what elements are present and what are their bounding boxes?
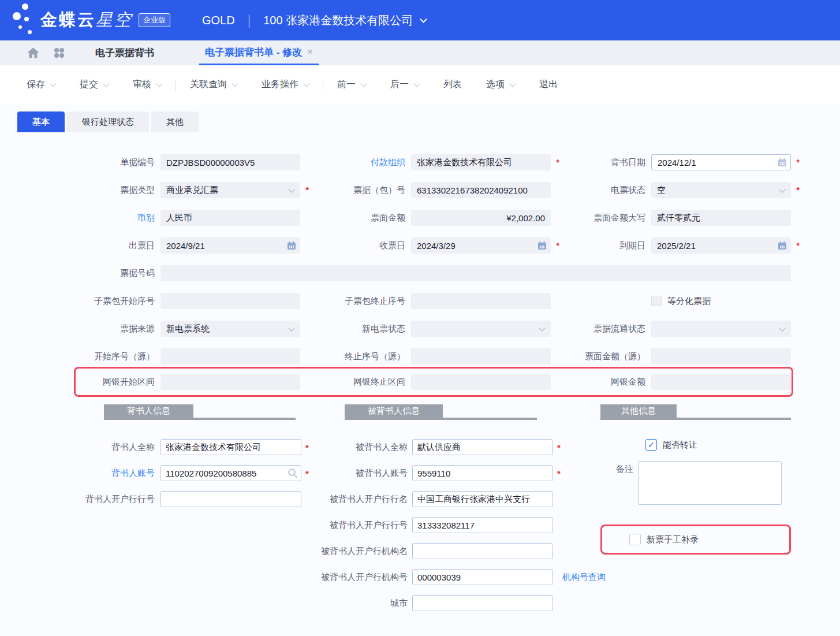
nav-tab-active-label: 电子票据背书单 - 修改 [205,46,302,59]
bill-number-label: 票据号码 [75,265,155,281]
pay-org-label[interactable]: 付款组织 [306,154,405,170]
endorser-account-label[interactable]: 背书人账号 [75,468,155,479]
endorser-account-row: 背书人账号 1102027009200580885 * [75,465,306,481]
issue-date-field[interactable]: 2024/9/21 [160,237,300,254]
pay-org-field[interactable]: 张家港金数技术有限公司 [411,154,551,170]
ebank-start-label: 网银开始区间 [76,374,155,390]
list-button[interactable]: 列表 [443,79,462,91]
endorser-name-input[interactable]: 张家港金数技术有限公司 [160,439,301,455]
other-section-header: 其他信息 [600,404,793,420]
endorsee-bank-name-input[interactable]: 中国工商银行张家港中兴支行 [412,491,553,507]
search-icon[interactable] [288,468,298,478]
previous-button[interactable]: 前一 [337,79,366,91]
other-info-section: 其他信息 ✓ 能否转让 备注 新票手工补录 [600,404,793,555]
ebank-amount-cell [651,374,791,390]
related-query-button[interactable]: 关联查询 [190,79,237,91]
nav-tab-endorse-list[interactable]: 电子票据背书 [95,46,154,59]
due-date-label: 到期日 [557,237,645,254]
circulation-cell [651,321,791,337]
endorsee-name-input[interactable]: 默认供应商 [412,439,553,455]
business-ops-button[interactable]: 业务操作 [262,79,309,91]
endorser-account-input[interactable]: 1102027009200580885 [160,465,301,481]
ebill-status-select[interactable]: 空 [651,182,791,198]
tab-other[interactable]: 其他 [151,111,199,132]
due-date-field[interactable]: 2025/2/21 [651,237,791,254]
submit-button[interactable]: 提交 [80,79,109,91]
transferable-checkbox[interactable]: ✓ [645,439,657,451]
endorsee-org-no-input[interactable]: 000003039 [412,569,553,585]
close-icon[interactable]: × [307,46,313,58]
remark-label: 备注 [600,461,633,505]
currency-label[interactable]: 币别 [75,210,155,226]
endorsee-city-input[interactable] [412,595,553,611]
face-amt-src-field[interactable] [651,348,791,365]
endorsee-bank-no-input[interactable]: 313332082117 [412,517,553,533]
sub-pkg-end-cell [411,293,551,309]
ebank-amount-field[interactable] [651,374,791,390]
sub-pkg-start-cell [160,293,300,309]
ebank-end-field[interactable] [411,374,551,390]
endorsee-bank-name-label: 被背书人开户行行名 [308,494,408,505]
org-no-query-link[interactable]: 机构号查询 [562,572,606,583]
calendar-icon[interactable] [778,241,787,250]
start-seq-src-field[interactable] [160,348,300,365]
face-amount-cn-field[interactable]: 贰仟零贰元 [651,210,791,226]
endorsee-org-name-input[interactable] [412,543,553,559]
tab-bank-status[interactable]: 银行处理状态 [67,111,149,132]
next-button[interactable]: 后一 [390,79,419,91]
face-amount-field[interactable]: ¥2,002.00 [411,210,551,226]
currency-field[interactable]: 人民币 [160,210,300,226]
home-icon[interactable] [27,47,39,58]
endorsee-bank-no-row: 被背书人开户行行号 313332082117 [308,517,580,533]
face-amt-src-cell [651,348,791,365]
start-seq-src-label: 开始序号（源） [75,348,155,365]
remark-textarea[interactable] [638,461,782,505]
calendar-icon[interactable] [778,158,787,167]
chevron-down-icon [232,80,238,87]
audit-button[interactable]: 审核 [133,79,162,91]
bill-source-cell: 新电票系统 [160,321,300,337]
account-code: GOLD [202,14,235,27]
bill-pkg-no-field[interactable]: 63133022167382024092100 [411,182,551,198]
save-button[interactable]: 保存 [27,79,55,91]
ebank-start-field[interactable] [160,374,300,390]
required-asterisk: * [557,442,561,452]
manual-entry-checkbox[interactable] [629,534,641,545]
chevron-down-icon [360,80,367,87]
transferable-label: 能否转让 [663,440,697,451]
bill-type-select[interactable]: 商业承兑汇票 [160,182,300,198]
face-amount-label: 票面金额 [306,210,405,226]
nav-tab-endorse-edit[interactable]: 电子票据背书单 - 修改 × [199,40,319,65]
options-button[interactable]: 选项 [486,79,515,91]
start-seq-src-cell [160,348,300,365]
toolbar: 保存 提交 审核 关联查询 业务操作 前一 后一 列表 选项 退出 [0,65,840,104]
bill-number-field[interactable] [160,265,791,281]
endorse-date-field[interactable]: 2024/12/1 [651,154,791,170]
chevron-down-icon[interactable] [420,16,427,23]
bill-no-field[interactable]: DZPJBSD00000003V5 [160,154,300,170]
endorsee-account-input[interactable]: 9559110 [412,465,553,481]
end-seq-src-field[interactable] [411,348,551,365]
other-section-title: 其他信息 [600,404,677,418]
endorser-bank-no-input[interactable] [160,491,301,507]
circulation-select[interactable] [651,321,791,337]
chevron-down-icon [156,80,162,87]
account-switcher[interactable]: GOLD ｜ 100 张家港金数技术有限公司 [202,12,426,29]
form-content: 单据编号 DZPJBSD00000003V5 付款组织 张家港金数技术有限公司 … [0,132,840,624]
sub-pkg-end-field[interactable] [411,293,551,309]
new-ebill-status-select[interactable] [411,321,551,337]
chevron-down-icon [50,80,56,87]
tab-basic[interactable]: 基本 [17,111,65,132]
calendar-icon[interactable] [287,241,296,250]
apps-grid-icon[interactable] [54,47,65,58]
bill-source-select[interactable]: 新电票系统 [160,321,300,337]
endorsee-bank-name-row: 被背书人开户行行名 中国工商银行张家港中兴支行 [308,491,580,507]
app-logo: 金蝶云星空 [40,9,133,32]
calendar-icon[interactable] [537,241,547,250]
exit-button[interactable]: 退出 [539,79,558,91]
equalized-checkbox[interactable] [651,296,662,306]
endorser-bank-no-row: 背书人开户行行号 [75,491,306,507]
sub-pkg-start-field[interactable] [160,293,300,309]
receive-date-field[interactable]: 2024/3/29 [411,237,551,254]
basic-form-grid: 单据编号 DZPJBSD00000003V5 付款组织 张家港金数技术有限公司 … [75,154,840,365]
